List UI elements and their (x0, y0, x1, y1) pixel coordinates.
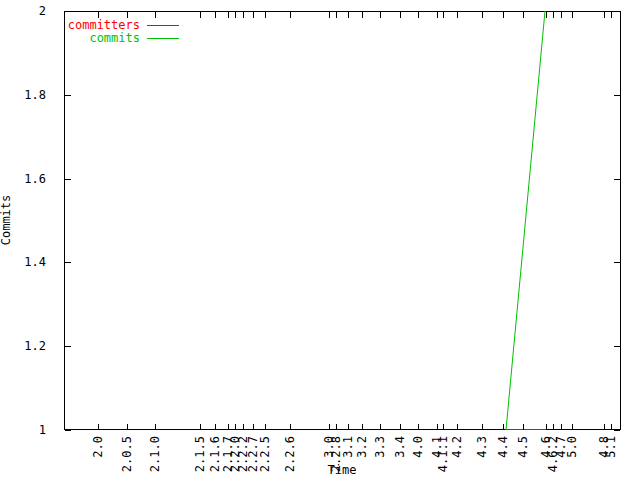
y-tick-left (65, 346, 71, 347)
x-tick-top (362, 12, 363, 18)
x-tick-top (437, 12, 438, 18)
y-tick-label: 1.2 (6, 339, 46, 353)
x-tick-label: 2.1.0 (149, 436, 161, 480)
x-tick-bottom (546, 424, 547, 430)
legend: committers commits (40, 19, 179, 45)
x-tick-top (482, 12, 483, 18)
x-tick-top (380, 12, 381, 18)
x-tick-label: 3.2 (356, 436, 368, 480)
y-tick-right (614, 179, 620, 180)
y-tick-label: 1 (6, 423, 46, 437)
x-tick-label: 4.2 (451, 436, 463, 480)
x-tick-top (523, 12, 524, 18)
x-tick-bottom (215, 424, 216, 430)
x-tick-top (348, 12, 349, 18)
x-tick-label: 2.0 (92, 436, 104, 480)
series-line-commits (506, 11, 545, 430)
x-tick-bottom (457, 424, 458, 430)
y-tick-left (65, 11, 71, 12)
x-tick-bottom (604, 424, 605, 430)
y-tick-label: 1.4 (6, 255, 46, 269)
x-tick-top (418, 12, 419, 18)
x-tick-top (611, 12, 612, 18)
x-tick-bottom (243, 424, 244, 430)
x-tick-top (336, 12, 337, 18)
x-tick-bottom (127, 424, 128, 430)
y-tick-right (614, 262, 620, 263)
x-tick-top (400, 12, 401, 18)
y-tick-label: 1.8 (6, 88, 46, 102)
x-tick-label: 5.0 (566, 436, 578, 480)
x-tick-top (243, 12, 244, 18)
y-tick-left (65, 95, 71, 96)
x-tick-top (572, 12, 573, 18)
y-tick-right (614, 346, 620, 347)
x-tick-label: 4.5 (517, 436, 529, 480)
x-tick-top (98, 12, 99, 18)
x-tick-bottom (329, 424, 330, 430)
x-tick-bottom (400, 424, 401, 430)
x-tick-bottom (200, 424, 201, 430)
x-tick-bottom (265, 424, 266, 430)
x-tick-bottom (336, 424, 337, 430)
y-tick-right (614, 95, 620, 96)
x-tick-label: 4.3 (476, 436, 488, 480)
x-tick-bottom (572, 424, 573, 430)
x-tick-top (457, 12, 458, 18)
x-tick-top (235, 12, 236, 18)
legend-line-sample-committers (147, 25, 179, 26)
x-tick-bottom (235, 424, 236, 430)
y-tick-left (65, 262, 71, 263)
x-tick-label: 3.4 (394, 436, 406, 480)
x-tick-bottom (253, 424, 254, 430)
x-tick-bottom (503, 424, 504, 430)
x-tick-bottom (98, 424, 99, 430)
x-tick-bottom (523, 424, 524, 430)
x-tick-top (546, 12, 547, 18)
x-tick-bottom (418, 424, 419, 430)
x-tick-top (604, 12, 605, 18)
x-tick-label: 5.1 (605, 436, 617, 480)
x-tick-top (155, 12, 156, 18)
x-tick-label: 2.2.5 (259, 436, 271, 480)
plot-lines (64, 11, 621, 430)
x-tick-bottom (228, 424, 229, 430)
x-tick-top (127, 12, 128, 18)
y-tick-left (65, 430, 71, 431)
x-tick-bottom (611, 424, 612, 430)
x-tick-top (553, 12, 554, 18)
x-tick-top (253, 12, 254, 18)
x-tick-label: 3.1 (342, 436, 354, 480)
x-tick-label: 3.3 (374, 436, 386, 480)
x-tick-label: 4.4 (497, 436, 509, 480)
y-tick-right (614, 11, 620, 12)
x-tick-top (215, 12, 216, 18)
x-tick-top (228, 12, 229, 18)
x-tick-label: 4.1.1 (437, 436, 449, 480)
x-tick-bottom (290, 424, 291, 430)
x-tick-bottom (482, 424, 483, 430)
x-tick-bottom (437, 424, 438, 430)
x-tick-bottom (348, 424, 349, 430)
x-tick-bottom (443, 424, 444, 430)
x-tick-label: 2.1.6 (209, 436, 221, 480)
x-tick-top (290, 12, 291, 18)
x-tick-label: 4.0 (412, 436, 424, 480)
x-tick-top (443, 12, 444, 18)
x-tick-label: 2.0.5 (121, 436, 133, 480)
y-tick-right (614, 430, 620, 431)
x-tick-top (265, 12, 266, 18)
x-tick-bottom (561, 424, 562, 430)
y-tick-label: 2 (6, 4, 46, 18)
x-tick-bottom (553, 424, 554, 430)
x-tick-label: 2.1.5 (194, 436, 206, 480)
x-tick-bottom (380, 424, 381, 430)
x-tick-top (200, 12, 201, 18)
legend-row-commits: commits (40, 32, 179, 45)
x-tick-top (329, 12, 330, 18)
legend-label-commits: commits (40, 32, 140, 45)
y-tick-label: 1.6 (6, 172, 46, 186)
x-tick-label: 2.2.6 (284, 436, 296, 480)
x-tick-bottom (155, 424, 156, 430)
legend-line-sample-commits (147, 38, 179, 39)
